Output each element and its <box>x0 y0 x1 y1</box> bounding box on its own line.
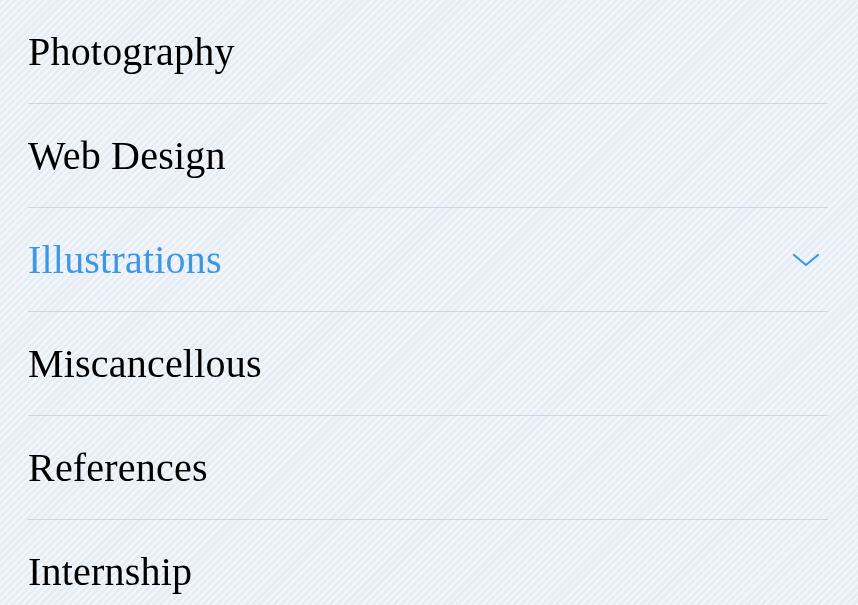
nav-item-illustrations[interactable]: Illustrations <box>28 208 828 312</box>
nav-item-label: Internship <box>28 552 192 592</box>
nav-item-references[interactable]: References <box>28 416 828 520</box>
nav-item-label: Miscancellous <box>28 344 262 384</box>
nav-item-label: Illustrations <box>28 240 222 280</box>
nav-item-label: Web Design <box>28 136 226 176</box>
nav-item-photography[interactable]: Photography <box>28 0 828 104</box>
nav-list: Photography Web Design Illustrations Mis… <box>0 0 858 605</box>
nav-item-label: References <box>28 448 208 488</box>
chevron-down-icon <box>792 252 820 268</box>
nav-item-web-design[interactable]: Web Design <box>28 104 828 208</box>
nav-item-internship[interactable]: Internship <box>28 520 828 605</box>
nav-item-miscancellous[interactable]: Miscancellous <box>28 312 828 416</box>
nav-item-label: Photography <box>28 32 235 72</box>
